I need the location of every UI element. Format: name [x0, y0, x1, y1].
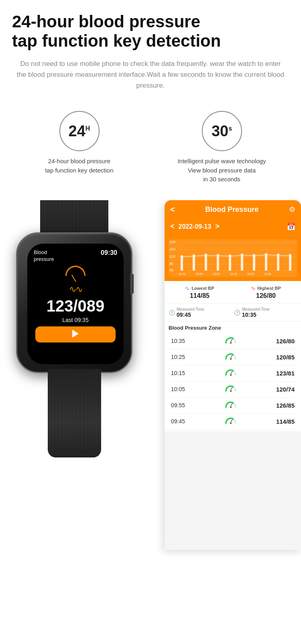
feature-30s-circle: 30s: [202, 111, 242, 151]
stat-lowest-label: Lowest BP: [191, 286, 214, 291]
time-item-2: 🕐 Measured Time 10:35: [234, 307, 297, 318]
svg-text:230: 230: [169, 240, 175, 244]
svg-text:09:45: 09:45: [179, 273, 186, 275]
bp-record-value: 120/74: [268, 386, 295, 393]
screen-last-time: Last 09:35: [34, 317, 117, 323]
gauge-icon: [65, 266, 87, 282]
bp-record-row: 09:45 114/85: [169, 414, 297, 430]
bp-record-value: 120/85: [268, 354, 295, 361]
stats-row: ∿ Lowest BP 114/85 ∿ Highest BP 126/80: [165, 281, 301, 304]
page-subtitle: Do not need to use mobile phone to check…: [12, 58, 289, 91]
bp-record-row: 10:35 126/80: [169, 333, 297, 349]
bp-gauge-icon: [224, 353, 237, 362]
svg-text:180: 180: [169, 247, 175, 251]
svg-line-31: [231, 371, 232, 374]
svg-text:10:05: 10:05: [213, 273, 220, 275]
screen-time: 09:30: [101, 249, 117, 256]
stat-lowest: ∿ Lowest BP 114/85: [168, 285, 232, 299]
svg-text:80: 80: [169, 262, 173, 266]
bp-record-time: 10:15: [171, 370, 193, 376]
zone-section: Blood Pressure Zone 10:35 126/80 10:25: [165, 322, 301, 431]
svg-rect-11: [193, 254, 195, 271]
svg-text:09:55: 09:55: [196, 273, 203, 275]
high-wave-icon: ∿: [251, 285, 256, 291]
watch-side-button: [130, 274, 134, 294]
feature-30s-number: 30s: [212, 123, 232, 140]
stat-highest-value: 126/80: [256, 292, 276, 299]
bp-record-row: 10:25 120/85: [169, 349, 297, 365]
app-settings-icon[interactable]: ⚙: [289, 205, 295, 214]
feature-24h-desc: 24-hour blood pressuretap function key d…: [45, 157, 113, 175]
stat-lowest-label-row: ∿ Lowest BP: [185, 285, 214, 291]
feature-30s-desc: Intelligent pulse wave technologyView bl…: [177, 157, 266, 184]
bp-gauge-icon: [224, 369, 237, 378]
app-back-button[interactable]: <: [170, 205, 175, 214]
watch-case: Blood pressure 09:30 ∿∿: [16, 232, 132, 373]
play-triangle-icon: [72, 330, 79, 338]
app-date-row: < 2022-09-13 > 📅: [165, 219, 301, 236]
zone-title: Blood Pressure Zone: [169, 325, 297, 331]
chart-svg-container: 230 180 130 80 30: [169, 239, 297, 277]
bp-record-row: 09:55 126/85: [169, 398, 297, 414]
svg-rect-15: [241, 254, 243, 271]
bp-record-value: 126/85: [268, 402, 295, 409]
svg-text:30: 30: [169, 268, 173, 272]
svg-line-33: [231, 387, 232, 390]
stat-highest: ∿ Highest BP 126/80: [234, 285, 298, 299]
app-calendar-icon[interactable]: 📅: [287, 222, 295, 231]
bp-record-row: 10:15 123/81: [169, 365, 297, 381]
bp-gauge-icon: [224, 401, 237, 410]
svg-line-37: [231, 419, 232, 422]
svg-text:130: 130: [169, 254, 175, 258]
page-title: 24-hour blood pressure tap function key …: [12, 12, 289, 51]
app-panel: < Blood Pressure ⚙ < 2022-09-13 > 📅 230 …: [165, 200, 301, 550]
time-item-1: 🕐 Measured Time 09:45: [169, 307, 232, 318]
watch-container: Blood pressure 09:30 ∿∿: [0, 200, 169, 562]
screen-label-pressure: pressure: [34, 256, 54, 263]
svg-text:10:25: 10:25: [247, 273, 254, 275]
time-row: 🕐 Measured Time 09:45 🕐 Measured Time 10…: [165, 304, 301, 322]
app-date-text: 2022-09-13: [179, 223, 212, 230]
svg-rect-18: [277, 254, 279, 271]
bp-record-value: 123/81: [268, 370, 295, 377]
screen-label-blood: Blood: [34, 249, 54, 256]
svg-rect-17: [265, 253, 267, 271]
low-wave-icon: ∿: [185, 285, 190, 291]
svg-rect-13: [217, 254, 219, 271]
feature-24h-number: 24H: [69, 123, 90, 140]
measured-time-value-1: 09:45: [177, 312, 204, 318]
time-sub-1: Measured Time 09:45: [177, 307, 204, 318]
svg-text:10:15: 10:15: [230, 273, 237, 275]
bp-record-time: 09:45: [171, 418, 193, 425]
screen-bp-value: 123/089: [34, 297, 117, 315]
screen-play-button[interactable]: [35, 326, 116, 343]
measured-time-label-1: Measured Time: [177, 307, 204, 312]
feature-30s: 30s Intelligent pulse wave technologyVie…: [158, 111, 286, 184]
measured-time-label-2: Measured Time: [242, 307, 270, 312]
svg-rect-19: [289, 254, 291, 271]
svg-line-27: [231, 339, 232, 342]
svg-rect-12: [205, 254, 207, 271]
svg-rect-14: [229, 254, 231, 271]
svg-line-29: [231, 355, 232, 358]
watch-screen: Blood pressure 09:30 ∿∿: [27, 244, 124, 364]
app-date-next[interactable]: >: [215, 222, 220, 231]
app-header: < Blood Pressure ⚙: [165, 200, 301, 219]
bp-record-value: 114/85: [268, 418, 295, 425]
watch-band-bottom: [48, 369, 101, 457]
bp-record-time: 10:35: [171, 338, 193, 344]
app-title: Blood Pressure: [205, 205, 258, 214]
stat-lowest-value: 114/85: [190, 292, 209, 299]
clock-icon-1: 🕐: [169, 310, 175, 316]
svg-rect-10: [181, 255, 183, 271]
bp-gauge-icon: [224, 385, 237, 394]
bp-record-row: 10:05 120/74: [169, 381, 297, 398]
stat-highest-label: Highest BP: [257, 286, 281, 291]
heartbeat-wave: ∿∿: [34, 284, 117, 295]
svg-rect-16: [253, 254, 255, 271]
app-date-prev[interactable]: <: [170, 222, 175, 231]
screen-labels: Blood pressure: [34, 249, 54, 263]
svg-line-35: [231, 403, 232, 406]
features-section: 24H 24-hour blood pressuretap function k…: [0, 95, 301, 192]
screen-top-row: Blood pressure 09:30: [34, 249, 117, 263]
